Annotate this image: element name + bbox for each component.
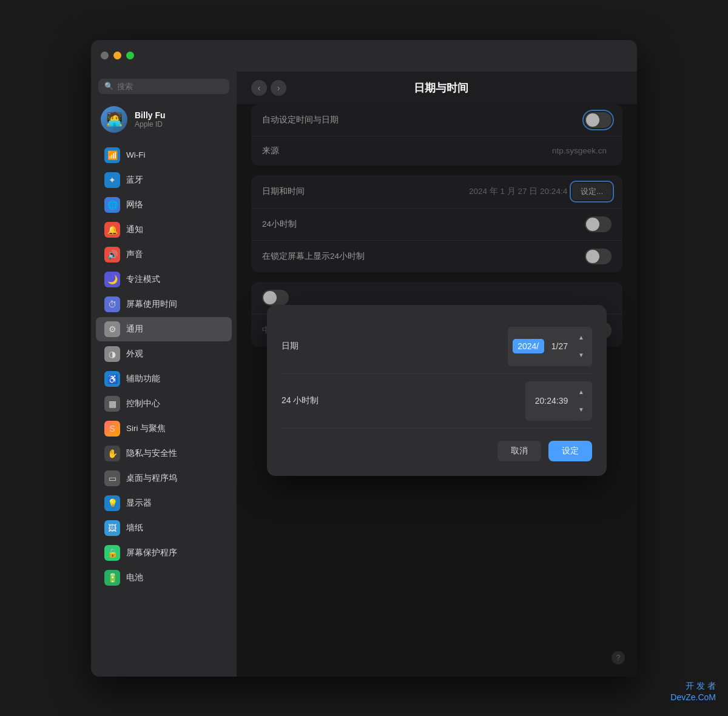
- dialog-actions: 取消 设定: [281, 441, 592, 461]
- sidebar-items-section: 📶Wi-Fi✦蓝牙🌐网络🔔通知🔊声音🌙专注模式⏱屏幕使用时间⚙通用◑外观♿辅助功…: [91, 142, 237, 591]
- dialog-date-label: 日期: [281, 341, 508, 352]
- date-input-box[interactable]: 2024/ 1/27 ▲ ▼: [508, 327, 592, 366]
- sidebar-item-label-screentime: 屏幕使用时间: [126, 299, 177, 310]
- user-profile[interactable]: 🧑‍💻 Billy Fu Apple ID: [91, 101, 237, 140]
- accessibility-icon: ♿: [104, 371, 120, 387]
- maximize-button[interactable]: [126, 52, 134, 59]
- privacy-icon: ✋: [104, 446, 120, 461]
- sidebar-item-wallpaper[interactable]: 🖼墙纸: [96, 516, 232, 540]
- confirm-button[interactable]: 设定: [548, 441, 592, 461]
- date-input-group: 2024/ 1/27 ▲ ▼: [508, 327, 592, 366]
- time-input-box[interactable]: 20:24:39 ▲ ▼: [525, 381, 592, 421]
- year-field[interactable]: 2024/: [513, 339, 544, 353]
- search-input[interactable]: [117, 82, 223, 91]
- sidebar-item-wifi[interactable]: 📶Wi-Fi: [96, 143, 232, 167]
- sidebar-item-focus[interactable]: 🌙专注模式: [96, 267, 232, 292]
- content-header: ‹ › 日期与时间: [237, 72, 637, 104]
- titlebar: [91, 40, 637, 72]
- sidebar-item-label-wifi: Wi-Fi: [126, 150, 145, 159]
- watermark-line1: 开 发 者: [670, 680, 716, 692]
- nav-back-button[interactable]: ‹: [251, 80, 267, 96]
- minimize-button[interactable]: [113, 52, 121, 59]
- sidebar-item-control[interactable]: ▦控制中心: [96, 392, 232, 416]
- sidebar-item-display[interactable]: 💡显示器: [96, 491, 232, 515]
- sidebar-item-general[interactable]: ⚙通用: [96, 317, 232, 341]
- search-bar[interactable]: 🔍: [98, 79, 229, 94]
- sidebar-item-privacy[interactable]: ✋隐私与安全性: [96, 441, 232, 466]
- dialog-time-label: 24 小时制: [281, 395, 525, 406]
- sidebar-item-label-wallpaper: 墙纸: [126, 523, 143, 534]
- nav-forward-button[interactable]: ›: [271, 80, 286, 96]
- time-steppers: ▲ ▼: [575, 384, 587, 418]
- sidebar-item-label-display: 显示器: [126, 498, 152, 509]
- bluetooth-icon: ✦: [104, 172, 120, 188]
- sidebar-item-label-screensaver: 屏幕保护程序: [126, 547, 177, 558]
- sidebar-item-label-battery: 电池: [126, 572, 143, 583]
- dialog-overlay: 日期 2024/ 1/27 ▲ ▼: [237, 104, 637, 677]
- sidebar-item-label-focus: 专注模式: [126, 274, 160, 285]
- siri-icon: S: [104, 421, 120, 437]
- sidebar-item-label-siri: Siri 与聚焦: [126, 423, 166, 434]
- notify-icon: 🔔: [104, 222, 120, 238]
- nav-buttons: ‹ ›: [251, 80, 286, 96]
- sidebar-item-label-sound: 声音: [126, 249, 143, 260]
- focus-icon: 🌙: [104, 272, 120, 287]
- day-field: 1/27: [547, 339, 573, 353]
- cancel-button[interactable]: 取消: [497, 441, 541, 461]
- watermark: 开 发 者 DevZe.CoM: [670, 680, 716, 704]
- watermark-line2: DevZe.CoM: [670, 692, 716, 704]
- sidebar-item-desktop[interactable]: ▭桌面与程序坞: [96, 466, 232, 490]
- time-up-button[interactable]: ▲: [575, 384, 587, 401]
- desktop-icon: ▭: [104, 470, 120, 486]
- settings-panel: 自动设定时间与日期 来源 ntp.sysgeek.cn 日期和时间: [237, 104, 637, 677]
- sidebar-item-label-notify: 通知: [126, 224, 143, 235]
- time-down-button[interactable]: ▼: [575, 401, 587, 418]
- appearance-icon: ◑: [104, 346, 120, 362]
- content-area: ‹ › 日期与时间 自动设定时间与日期 来源: [237, 72, 637, 677]
- search-icon: 🔍: [104, 82, 113, 90]
- sidebar-item-label-appearance: 外观: [126, 349, 143, 360]
- close-button[interactable]: [101, 52, 109, 59]
- wifi-icon: 📶: [104, 147, 120, 163]
- network-icon: 🌐: [104, 197, 120, 213]
- control-icon: ▦: [104, 396, 120, 412]
- sidebar-item-label-desktop: 桌面与程序坞: [126, 473, 177, 484]
- time-value: 20:24:39: [530, 396, 573, 406]
- sidebar-item-label-bluetooth: 蓝牙: [126, 175, 143, 186]
- sidebar-item-label-network: 网络: [126, 199, 143, 210]
- date-time-dialog: 日期 2024/ 1/27 ▲ ▼: [267, 305, 607, 476]
- sidebar-item-screensaver[interactable]: 🔒屏幕保护程序: [96, 541, 232, 565]
- user-subtitle: Apple ID: [135, 120, 166, 129]
- sidebar-item-battery[interactable]: 🔋电池: [96, 566, 232, 590]
- sidebar-item-accessibility[interactable]: ♿辅助功能: [96, 367, 232, 391]
- sidebar-item-label-accessibility: 辅助功能: [126, 373, 160, 384]
- sidebar-item-bluetooth[interactable]: ✦蓝牙: [96, 168, 232, 192]
- wallpaper-icon: 🖼: [104, 520, 120, 536]
- page-title: 日期与时间: [296, 81, 586, 95]
- date-steppers: ▲ ▼: [575, 329, 587, 364]
- sidebar-item-label-privacy: 隐私与安全性: [126, 448, 177, 459]
- sidebar-item-siri[interactable]: SSiri 与聚焦: [96, 417, 232, 441]
- sidebar-item-network[interactable]: 🌐网络: [96, 193, 232, 217]
- date-up-button[interactable]: ▲: [575, 329, 587, 346]
- general-icon: ⚙: [104, 321, 120, 337]
- sidebar-item-label-general: 通用: [126, 324, 143, 335]
- screentime-icon: ⏱: [104, 296, 120, 312]
- sidebar-item-screentime[interactable]: ⏱屏幕使用时间: [96, 292, 232, 316]
- sidebar-item-notify[interactable]: 🔔通知: [96, 218, 232, 242]
- dialog-row-time: 24 小时制 20:24:39 ▲ ▼: [281, 374, 592, 429]
- user-info: Billy Fu Apple ID: [135, 110, 166, 129]
- date-down-button[interactable]: ▼: [575, 347, 587, 364]
- sidebar-item-appearance[interactable]: ◑外观: [96, 342, 232, 366]
- sidebar-item-sound[interactable]: 🔊声音: [96, 243, 232, 267]
- sidebar: 🔍 🧑‍💻 Billy Fu Apple ID 📶Wi-Fi✦蓝牙🌐网络🔔通知🔊…: [91, 72, 237, 677]
- screensaver-icon: 🔒: [104, 545, 120, 561]
- dialog-row-date: 日期 2024/ 1/27 ▲ ▼: [281, 320, 592, 374]
- battery-icon: 🔋: [104, 570, 120, 586]
- traffic-lights: [101, 52, 134, 59]
- sound-icon: 🔊: [104, 247, 120, 263]
- main-content: 🔍 🧑‍💻 Billy Fu Apple ID 📶Wi-Fi✦蓝牙🌐网络🔔通知🔊…: [91, 72, 637, 677]
- user-name: Billy Fu: [135, 110, 166, 120]
- avatar: 🧑‍💻: [101, 106, 127, 133]
- display-icon: 💡: [104, 495, 120, 511]
